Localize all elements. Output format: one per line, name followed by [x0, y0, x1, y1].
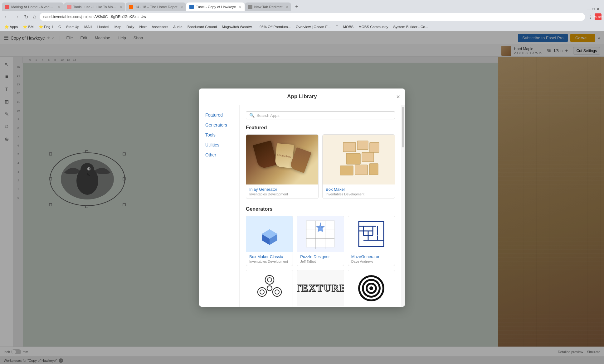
bookmark-system-builder[interactable]: System Builder - Co...: [391, 24, 430, 29]
bookmark-daily[interactable]: Daily: [124, 24, 136, 29]
nav-icons: ⋮ Paused: [587, 13, 602, 20]
bookmark-mah[interactable]: MAH: [82, 24, 94, 29]
svg-point-49: [258, 288, 266, 296]
bookmark-audio[interactable]: Audio: [171, 24, 184, 29]
tab-3-title: 14 · 18 – The Home Depot: [135, 5, 177, 9]
tab-4[interactable]: Easel - Copy of Hawkeye ×: [186, 2, 245, 11]
cube-visual: [246, 216, 293, 252]
tab-5-close[interactable]: ×: [285, 5, 288, 9]
minimize-button[interactable]: —: [587, 7, 591, 11]
boxmaker-card-info: Box Maker Inventables Development: [323, 184, 395, 199]
boxclassic-author: Inventables Development: [249, 260, 290, 263]
svg-rect-34: [357, 220, 385, 248]
bookmark-next[interactable]: Next: [138, 24, 149, 29]
modal-title: App Library: [287, 93, 317, 100]
puzzle-info: Puzzle Designer Jeff Talbot: [297, 252, 343, 266]
app-card-texture[interactable]: TEXTURE Texture: [297, 270, 344, 307]
window-controls: — □ ✕: [587, 7, 602, 11]
tab-1-close[interactable]: ×: [58, 5, 61, 9]
nav-generators[interactable]: Generators: [199, 120, 239, 130]
bookmark-magswitch[interactable]: Magswitch Woodw...: [220, 24, 256, 29]
tab-bar: Making At Home - A variety of p... × Too…: [0, 0, 604, 11]
app-area: ☰ Copy of Hawkeye ★ ✓ | File Edit Machin…: [0, 31, 604, 364]
search-input[interactable]: [256, 113, 392, 118]
modal-overlay[interactable]: App Library × Featured Generators Tools …: [0, 31, 604, 364]
boxmaker-author: Inventables Development: [326, 192, 392, 196]
inlay-card-info: Inlay Generator Inventables Development: [246, 184, 318, 199]
search-bar: 🔍: [246, 111, 395, 119]
bullseye-visual: [348, 270, 395, 306]
tab-1-favicon: [5, 5, 9, 9]
bookmark-mobs[interactable]: MOBS: [341, 24, 355, 29]
tab-4-close[interactable]: ×: [239, 5, 241, 9]
bookmark-93off[interactable]: 93% Off Premium...: [258, 24, 293, 29]
generators-section-title: Generators: [246, 206, 395, 212]
featured-section-title: Featured: [246, 125, 395, 131]
bookmark-startup[interactable]: Start Up: [64, 24, 81, 29]
bookmark-assessors[interactable]: Assessors: [150, 24, 170, 29]
tab-3-close[interactable]: ×: [181, 5, 183, 9]
tab-1-title: Making At Home - A variety of p...: [11, 5, 55, 9]
app-card-puzzle[interactable]: Puzzle Designer Jeff Talbot: [297, 216, 344, 266]
svg-rect-15: [357, 141, 368, 150]
bullseye-image: [348, 270, 395, 306]
bookmark-map[interactable]: Map: [113, 24, 123, 29]
tab-2-close[interactable]: ×: [120, 5, 123, 9]
forward-button[interactable]: →: [12, 13, 21, 20]
tab-5-title: New Tab Redirect: [254, 5, 283, 9]
featured-grid: Mangia bene Inlay Generator Inventables …: [246, 134, 395, 199]
app-card-boxmaker[interactable]: Box Maker Inventables Development: [322, 134, 395, 199]
svg-rect-20: [355, 165, 368, 175]
tab-5[interactable]: New Tab Redirect ×: [245, 2, 291, 11]
modal-close-button[interactable]: ×: [396, 93, 400, 100]
tab-4-title: Easel - Copy of Hawkeye: [196, 5, 236, 9]
address-bar[interactable]: [40, 13, 585, 21]
bullseye-info: Bullseye: [348, 306, 395, 307]
app-card-bullseye[interactable]: Bullseye: [348, 270, 395, 307]
bookmark-e[interactable]: E: [334, 24, 340, 29]
spinner-info: Fidget Spinner: [246, 306, 293, 307]
tab-2[interactable]: Tools I use - I Like To Make Stuff ×: [64, 2, 126, 11]
boxmaker-name: Box Maker: [326, 187, 392, 192]
tab-1[interactable]: Making At Home - A variety of p... ×: [2, 2, 64, 11]
bookmark-ocean[interactable]: Overview | Ocean E...: [294, 24, 333, 29]
boxclassic-image: [246, 216, 293, 252]
paused-badge[interactable]: Paused: [595, 13, 602, 20]
puzzle-author: Jeff Talbot: [300, 260, 340, 263]
bookmark-bm[interactable]: ⭐ BM: [21, 24, 35, 30]
back-button[interactable]: ←: [2, 13, 11, 20]
close-button[interactable]: ✕: [597, 7, 600, 11]
bookmark-mobs-community[interactable]: MOBS Community: [357, 24, 390, 29]
app-card-maze[interactable]: MazeGenerator Dave Andrews: [348, 216, 395, 266]
svg-point-60: [369, 286, 373, 290]
boxclassic-name: Box Maker Classic: [249, 254, 290, 259]
scrollbar-thumb[interactable]: [402, 107, 404, 147]
bookmark-apps[interactable]: ⭐ Apps: [2, 24, 20, 30]
home-button[interactable]: ⌂: [32, 13, 38, 20]
puzzle-name: Puzzle Designer: [300, 254, 340, 259]
bookmark-eng1[interactable]: ⭐ Eng 1: [37, 24, 55, 30]
svg-point-51: [267, 278, 272, 282]
bookmark-bondurant[interactable]: Bondurant Ground: [186, 24, 219, 29]
svg-point-48: [265, 275, 274, 284]
app-card-boxclassic[interactable]: Box Maker Classic Inventables Developmen…: [246, 216, 293, 266]
new-tab-button[interactable]: +: [293, 2, 301, 11]
search-icon: 🔍: [249, 113, 255, 118]
modal-body: Featured Generators Tools Utilities Othe…: [199, 105, 405, 307]
maximize-button[interactable]: □: [592, 7, 595, 11]
nav-featured[interactable]: Featured: [199, 110, 239, 120]
nav-tools[interactable]: Tools: [199, 130, 239, 140]
bookmark-g[interactable]: G: [56, 24, 63, 29]
app-card-inlay[interactable]: Mangia bene Inlay Generator Inventables …: [246, 134, 319, 199]
reload-button[interactable]: ↻: [22, 13, 30, 21]
inlay-tag1: [253, 141, 277, 170]
maze-info: MazeGenerator Dave Andrews: [348, 252, 395, 266]
nav-utilities[interactable]: Utilities: [199, 140, 239, 150]
bookmark-hubbell[interactable]: Hubbell: [95, 24, 111, 29]
puzzle-image: [297, 216, 343, 252]
nav-other[interactable]: Other: [199, 150, 239, 160]
tab-3[interactable]: 14 · 18 – The Home Depot ×: [126, 2, 186, 11]
app-library-modal: App Library × Featured Generators Tools …: [199, 89, 405, 307]
app-card-spinner[interactable]: Fidget Spinner: [246, 270, 293, 307]
maze-image: [348, 216, 395, 252]
